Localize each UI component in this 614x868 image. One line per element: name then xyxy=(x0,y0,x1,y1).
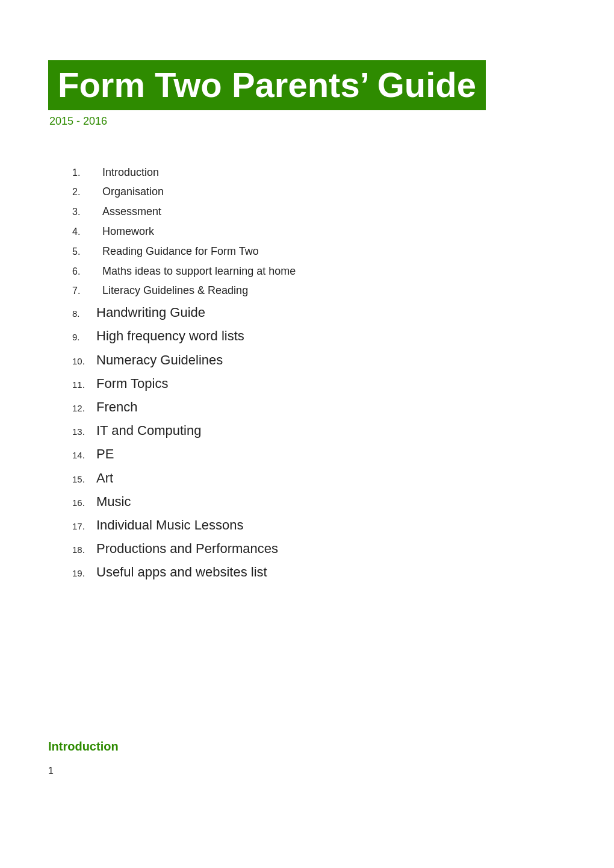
toc-number: 3. xyxy=(72,204,102,220)
toc-item: 11.Form Topics xyxy=(72,373,566,394)
toc-label: French xyxy=(96,396,137,417)
toc-number: 14. xyxy=(72,448,96,463)
toc-item: 17.Individual Music Lessons xyxy=(72,514,566,535)
introduction-section: Introduction xyxy=(48,740,566,754)
page-title: Form Two Parents’ Guide xyxy=(58,65,476,104)
toc-item: 8.Handwriting Guide xyxy=(72,302,566,323)
toc-label: Handwriting Guide xyxy=(96,302,205,323)
toc-item: 2.Organisation xyxy=(72,183,566,201)
toc-number: 19. xyxy=(72,566,96,581)
toc-item: 5.Reading Guidance for Form Two xyxy=(72,243,566,260)
toc-number: 15. xyxy=(72,472,96,487)
toc-number: 9. xyxy=(72,330,96,345)
toc-item: 4.Homework xyxy=(72,223,566,240)
toc-label: Useful apps and websites list xyxy=(96,561,267,582)
title-box: Form Two Parents’ Guide xyxy=(48,60,486,110)
toc-label: Literacy Guidelines & Reading xyxy=(102,282,248,299)
toc-item: 7.Literacy Guidelines & Reading xyxy=(72,282,566,299)
toc-number: 10. xyxy=(72,354,96,369)
toc-label: Individual Music Lessons xyxy=(96,514,244,535)
toc-item: 15.Art xyxy=(72,467,566,489)
toc-label: Numeracy Guidelines xyxy=(96,349,223,370)
toc-label: Art xyxy=(96,467,113,489)
toc-label: Productions and Performances xyxy=(96,538,278,559)
introduction-heading: Introduction xyxy=(48,740,566,754)
toc-label: IT and Computing xyxy=(96,420,201,441)
toc-item: 16.Music xyxy=(72,491,566,512)
table-of-contents: 1.Introduction2.Organisation3.Assessment… xyxy=(72,164,566,583)
toc-number: 8. xyxy=(72,307,96,321)
toc-number: 11. xyxy=(72,378,96,392)
toc-label: Homework xyxy=(102,223,154,240)
toc-number: 4. xyxy=(72,224,102,240)
toc-label: Maths ideas to support learning at home xyxy=(102,263,296,280)
page-number: 1 xyxy=(48,766,566,776)
toc-item: 14.PE xyxy=(72,443,566,464)
toc-label: Reading Guidance for Form Two xyxy=(102,243,259,260)
toc-number: 17. xyxy=(72,519,96,534)
toc-number: 12. xyxy=(72,401,96,416)
toc-label: Organisation xyxy=(102,183,164,201)
toc-label: Introduction xyxy=(102,164,159,181)
toc-item: 10.Numeracy Guidelines xyxy=(72,349,566,370)
toc-item: 13.IT and Computing xyxy=(72,420,566,441)
toc-label: Form Topics xyxy=(96,373,168,394)
toc-number: 18. xyxy=(72,543,96,557)
toc-number: 13. xyxy=(72,425,96,439)
toc-number: 6. xyxy=(72,264,102,279)
subtitle: 2015 - 2016 xyxy=(49,115,566,128)
toc-item: 19.Useful apps and websites list xyxy=(72,561,566,582)
toc-number: 2. xyxy=(72,184,102,200)
toc-number: 1. xyxy=(72,165,102,181)
toc-label: High frequency word lists xyxy=(96,325,244,346)
toc-item: 1.Introduction xyxy=(72,164,566,181)
toc-label: Assessment xyxy=(102,203,161,220)
toc-number: 5. xyxy=(72,244,102,260)
toc-number: 7. xyxy=(72,283,102,299)
toc-item: 6.Maths ideas to support learning at hom… xyxy=(72,263,566,280)
toc-item: 9.High frequency word lists xyxy=(72,325,566,346)
toc-number: 16. xyxy=(72,496,96,510)
toc-item: 18.Productions and Performances xyxy=(72,538,566,559)
toc-label: PE xyxy=(96,443,114,464)
toc-item: 12.French xyxy=(72,396,566,417)
toc-item: 3.Assessment xyxy=(72,203,566,220)
title-block: Form Two Parents’ Guide 2015 - 2016 xyxy=(48,60,566,128)
toc-label: Music xyxy=(96,491,131,512)
